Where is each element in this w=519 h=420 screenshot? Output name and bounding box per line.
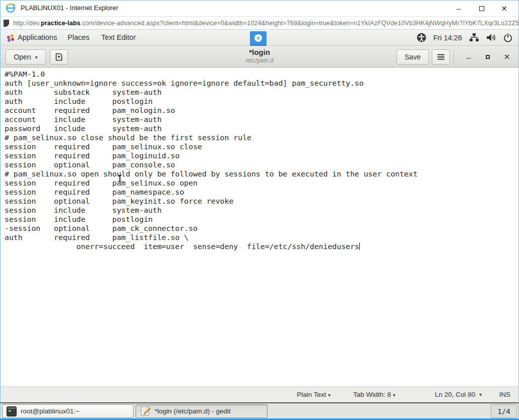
goto-line-dropdown[interactable]: ▾	[479, 387, 482, 402]
internet-explorer-icon	[6, 3, 16, 13]
insert-mode-indicator: INS	[499, 387, 510, 402]
gedit-headerbar: Open ▾ *login /etc/pam.d Save –	[1, 46, 518, 68]
open-button[interactable]: Open ▾	[6, 49, 46, 65]
editor-line: auth [user_unknown=ignore success=ok ign…	[5, 79, 518, 88]
url-text[interactable]: http://dev.practice-labs.com/device-adva…	[13, 20, 518, 27]
editor-line: session required pam_loginuid.so	[5, 151, 518, 160]
language-label: Plain Text	[297, 391, 326, 398]
editor-line: auth include postlogin	[5, 97, 518, 106]
network-icon[interactable]	[469, 33, 479, 42]
open-button-label: Open	[14, 53, 31, 61]
tab-width-label: Tab Width: 8	[353, 391, 391, 398]
headerbar-separator	[453, 51, 454, 63]
ibeam-pointer	[119, 175, 120, 182]
workspace-indicator[interactable]: 1/4	[491, 404, 517, 418]
restore-icon	[486, 55, 490, 59]
maximize-icon	[479, 6, 484, 11]
text-content[interactable]: #%PAM-1.0auth [user_unknown=ignore succe…	[1, 68, 518, 386]
editor-line: account include system-auth	[5, 115, 518, 124]
plus-icon: +	[254, 34, 262, 42]
taskbar-item-label: root@plablinux01:~	[21, 407, 80, 415]
gedit-restore-button[interactable]	[480, 49, 495, 65]
taskbar-item-label: *login (/etc/pam.d) - gedit	[155, 407, 231, 415]
hamburger-icon	[437, 53, 445, 61]
topbar-status-area: Fri 14:26	[417, 30, 512, 45]
gedit-icon	[140, 406, 151, 416]
terminal-icon	[7, 406, 17, 416]
maximize-button[interactable]	[470, 1, 493, 16]
editor-line: session required pam_namespace.so	[5, 188, 518, 197]
editor-line: onerr=succeed item=user sense=deny file=…	[5, 242, 518, 251]
address-bar[interactable]: http://dev.practice-labs.com/device-adva…	[1, 16, 518, 30]
text-cursor	[359, 243, 360, 250]
document-title: *login	[245, 48, 274, 56]
editor-line: password include system-auth	[5, 124, 518, 133]
gedit-statusbar: Plain Text ▾ Tab Width: 8 ▾ Ln 20, Col 8…	[1, 386, 518, 402]
editor-line: # pam_selinux.so open should only be fol…	[5, 169, 518, 178]
applications-menu-icon	[7, 36, 10, 39]
gedit-minimize-button[interactable]: –	[461, 49, 476, 65]
document-title-block: *login /etc/pam.d	[245, 48, 274, 64]
window-controls: – ✕	[447, 1, 515, 16]
page-icon	[4, 20, 9, 27]
volume-icon[interactable]	[486, 33, 496, 42]
save-button[interactable]: Save	[397, 49, 429, 65]
places-menu[interactable]: Places	[68, 30, 90, 45]
url-prefix: http://dev.	[13, 20, 41, 27]
taskbar-item-gedit[interactable]: *login (/etc/pam.d) - gedit	[136, 404, 268, 418]
taskbar-item-terminal[interactable]: root@plablinux01:~	[2, 404, 134, 418]
document-path: /etc/pam.d	[245, 57, 274, 64]
ie-window: PLABLINUX01 - Internet Explorer – ✕ http…	[0, 0, 519, 420]
editor-line: session required pam_selinux.so close	[5, 142, 518, 151]
language-selector[interactable]: Plain Text ▾	[297, 387, 331, 402]
editor-line: session optional pam_console.so	[5, 160, 518, 169]
chevron-down-icon: ▾	[393, 392, 396, 398]
app-menu-text-editor[interactable]: Text Editor	[101, 30, 136, 45]
new-document-icon	[54, 52, 63, 62]
new-document-button[interactable]	[50, 49, 68, 65]
applications-menu[interactable]: Applications	[18, 30, 57, 45]
chevron-down-icon: ▾	[35, 54, 38, 60]
editor-line: # pam_selinux.so close should be the fir…	[5, 133, 518, 142]
editor-line: -session optional pam_ck_connector.so	[5, 224, 518, 233]
gedit-close-button[interactable]: ✕	[499, 49, 514, 65]
minimize-button[interactable]: –	[447, 1, 470, 16]
chevron-down-icon: ▾	[328, 392, 331, 398]
editor-line: account required pam_nologin.so	[5, 106, 518, 115]
editor-line: session include system-auth	[5, 206, 518, 215]
clock[interactable]: Fri 14:26	[433, 34, 462, 42]
power-icon[interactable]	[503, 33, 512, 42]
editor-line: auth substack system-auth	[5, 88, 518, 97]
url-domain: practice-labs	[41, 20, 80, 27]
url-rest: .com/device-advanced.aspx?client=html&de…	[81, 20, 519, 27]
editor-line: session include postlogin	[5, 215, 518, 224]
editor-line: session optional pam_keyinit.so force re…	[5, 197, 518, 206]
browser-titlebar: PLABLINUX01 - Internet Explorer – ✕	[1, 1, 518, 16]
window-list-taskbar: root@plablinux01:~ *login (/etc/pam.d) -…	[1, 402, 518, 419]
close-button[interactable]: ✕	[493, 1, 515, 16]
window-title: PLABLINUX01 - Internet Explorer	[21, 4, 118, 12]
editor-line: session required pam_selinux.so open	[5, 178, 518, 188]
cursor-position: Ln 20, Col 80	[435, 387, 475, 402]
hamburger-menu-button[interactable]	[432, 49, 450, 65]
accessibility-icon[interactable]	[417, 33, 426, 42]
editor-line: auth required pam_listfile.so \	[5, 233, 518, 242]
tab-width-selector[interactable]: Tab Width: 8 ▾	[353, 387, 396, 402]
practice-labs-tools-button[interactable]: +	[250, 31, 267, 46]
editor-line: #%PAM-1.0	[5, 70, 518, 79]
